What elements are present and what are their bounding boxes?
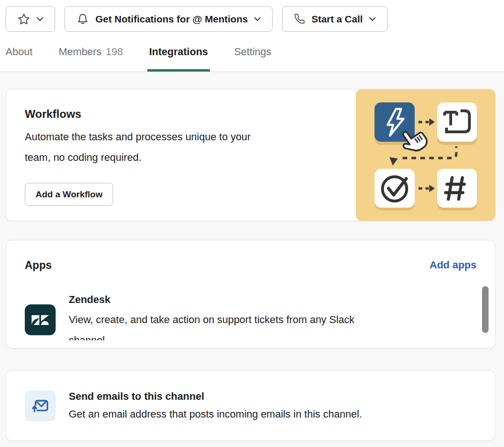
workflow-channel-tile [437,169,477,208]
chevron-down-icon [369,17,376,22]
chevron-down-icon [254,17,261,22]
add-apps-link[interactable]: Add apps [430,258,476,272]
channel-detail-tabs: About Members 198 Integrations Settings [6,32,498,72]
apps-scrollbar-thumb[interactable] [482,286,489,333]
members-count: 198 [106,46,123,58]
app-description: View, create, and take action on support… [69,310,354,340]
app-name: Zendesk [69,293,354,307]
app-row-zendesk[interactable]: Zendesk View, create, and take action on… [25,293,476,340]
workflows-text-block: Workflows Automate the tasks and process… [6,89,343,206]
incoming-email-icon [25,390,56,421]
chevron-down-icon [36,17,43,22]
apps-card: Apps Add apps Zendesk View, create, and … [6,240,496,348]
workflow-form-tile [437,102,477,142]
phone-icon [294,13,305,25]
apps-card-header: Apps Add apps [25,258,476,272]
channel-details-header: Get Notifications for @ Mentions Start a… [0,0,504,72]
email-text-block: Send emails to this channel Get an email… [69,389,362,423]
apps-title: Apps [25,258,52,272]
notifications-button[interactable]: Get Notifications for @ Mentions [65,6,273,32]
channel-toolbar: Get Notifications for @ Mentions Start a… [6,6,498,32]
app-text-block: Zendesk View, create, and take action on… [69,293,354,340]
send-emails-card[interactable]: Send emails to this channel Get an email… [6,370,496,441]
start-call-button[interactable]: Start a Call [282,6,388,32]
star-channel-button[interactable] [6,6,55,32]
workflow-illustration [356,89,495,221]
zendesk-logo [25,304,56,335]
workflows-description: Automate the tasks and processes unique … [25,127,343,168]
email-card-description: Get an email address that posts incoming… [69,406,362,423]
tab-about[interactable]: About [6,32,33,72]
apps-list: Zendesk View, create, and take action on… [25,293,476,340]
tab-integrations[interactable]: Integrations [149,32,208,72]
integrations-panel: Workflows Automate the tasks and process… [0,72,504,441]
tab-settings[interactable]: Settings [234,32,272,72]
start-call-button-label: Start a Call [311,14,363,25]
add-workflow-button[interactable]: Add a Workflow [25,183,113,206]
notifications-button-label: Get Notifications for @ Mentions [95,14,248,25]
workflows-title: Workflows [25,107,343,121]
bell-icon [76,13,89,26]
star-icon [17,13,30,26]
workflows-card: Workflows Automate the tasks and process… [6,89,496,221]
email-card-title: Send emails to this channel [69,389,362,404]
tab-members[interactable]: Members 198 [59,32,123,72]
